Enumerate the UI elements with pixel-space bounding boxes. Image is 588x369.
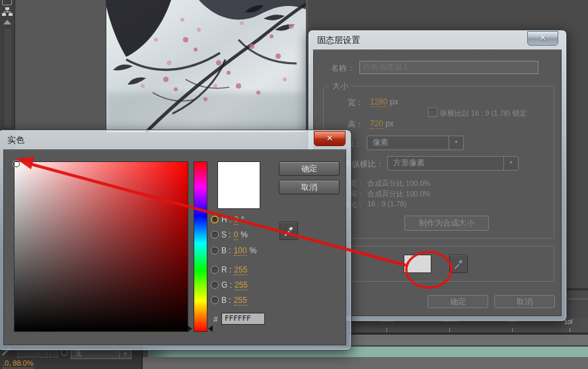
- channel-value[interactable]: 0: [234, 230, 239, 240]
- saturation-brightness-field[interactable]: [14, 161, 188, 332]
- frame-aspect-value: 16 : 9 (1.78): [367, 200, 406, 208]
- hue-slider-right-marker[interactable]: [208, 325, 213, 332]
- color-preview-swatch: [217, 161, 260, 209]
- size-group: 大小 宽： 1280 px 纵横比以 16 : 9 (1.78) 锁定 高： 7…: [323, 86, 554, 239]
- hue-slider-left-marker[interactable]: [188, 325, 192, 332]
- chevron-down-icon: ▼: [119, 350, 131, 358]
- radio-s[interactable]: [211, 231, 219, 239]
- channel-value[interactable]: 255: [234, 265, 247, 275]
- solid-cancel-button[interactable]: 取消: [494, 295, 555, 308]
- parent-dropdown[interactable]: 无 ▼: [71, 349, 131, 359]
- picker-dialog-title: 实色: [7, 134, 24, 146]
- chevron-down-icon: ▼: [503, 157, 518, 170]
- height-value-row: 720 px: [370, 119, 394, 128]
- app-root: 10f 无 ▼ .0, 88.0% 固态层设置 ✕ 名称： 白色 固态层 1 大…: [0, 0, 588, 369]
- radio-r[interactable]: [211, 266, 219, 274]
- close-icon: ✕: [539, 33, 546, 42]
- hex-hash-label: #: [213, 315, 218, 324]
- color-group: [323, 246, 554, 282]
- solid-color-swatch[interactable]: [404, 255, 431, 273]
- panel-divider: [566, 298, 588, 300]
- solid-ok-button[interactable]: 确定: [427, 295, 488, 308]
- height-value[interactable]: 720: [370, 119, 383, 129]
- comp-width-value: 合成百分比 100.0%: [367, 179, 430, 188]
- solid-dialog-close-button[interactable]: ✕: [527, 31, 558, 46]
- channel-suffix: %: [240, 230, 248, 239]
- picker-dialog-close-button[interactable]: ✕: [314, 131, 346, 146]
- picker-ok-button[interactable]: 确定: [279, 161, 340, 176]
- picker-cancel-button[interactable]: 取消: [279, 180, 340, 194]
- channel-label: H :: [221, 215, 231, 224]
- chevron-down-icon: ▼: [449, 136, 463, 149]
- channel-row-h: H : 0 °: [211, 215, 244, 224]
- pixel-aspect-dropdown[interactable]: 方形像素 ▼: [387, 156, 519, 171]
- scroll-up-icon[interactable]: [3, 20, 11, 24]
- size-group-label: 大小: [329, 81, 351, 92]
- radio-h[interactable]: [211, 216, 219, 224]
- unit-value: 像素: [367, 136, 449, 149]
- hue-slider[interactable]: [194, 161, 207, 332]
- channel-suffix: °: [241, 215, 244, 224]
- parent-dropdown-value: 无: [71, 350, 119, 358]
- scrollbar-track[interactable]: [3, 28, 13, 128]
- height-label: 高：: [324, 119, 363, 130]
- name-input[interactable]: 白色 固态层 1: [359, 61, 538, 74]
- eyedropper-icon: [453, 258, 464, 270]
- channel-value[interactable]: 255: [234, 296, 247, 306]
- solid-dialog-title: 固态层设置: [317, 34, 360, 46]
- channel-value[interactable]: 255: [235, 280, 248, 290]
- channel-row-g: G : 255: [211, 280, 248, 290]
- flowchart-icon[interactable]: [1, 7, 13, 17]
- ink-painting-image: [106, 0, 306, 132]
- close-icon: ✕: [326, 134, 333, 143]
- channel-label: B :: [221, 296, 231, 305]
- unit-dropdown[interactable]: 像素 ▼: [367, 136, 464, 150]
- width-unit: px: [390, 97, 398, 106]
- channel-row-b: B : 100 %: [211, 246, 256, 255]
- eyedropper-icon: [283, 225, 295, 237]
- channel-label: B :: [221, 246, 231, 255]
- magnification-readout[interactable]: .0, 88.0%: [3, 358, 33, 368]
- aspect-lock-label: 纵横比以 16 : 9 (1.78) 锁定: [440, 108, 527, 118]
- channel-suffix: %: [250, 246, 257, 255]
- hex-input[interactable]: FFFFFF: [221, 313, 265, 325]
- channel-row-r: R : 255: [211, 265, 247, 274]
- panel-divider: [566, 288, 588, 290]
- width-value-row: 1280 px: [370, 97, 398, 106]
- panel-icon: [2, 0, 12, 5]
- solid-color-picker-dialog: 实色 ✕ 确定 取消 H : 0 °: [0, 130, 351, 350]
- make-comp-size-button[interactable]: 制作为合成大小: [404, 216, 489, 231]
- width-label: 宽：: [324, 97, 363, 108]
- pixel-aspect-value: 方形像素: [388, 157, 503, 170]
- radio-b2[interactable]: [211, 296, 219, 304]
- picker-dialog-body: 确定 取消 H : 0 ° S : 0 % B : 100 %: [3, 149, 346, 345]
- channel-label: R :: [221, 265, 231, 274]
- picker-eyedropper-button[interactable]: [279, 222, 298, 240]
- channel-value[interactable]: 100: [234, 246, 247, 256]
- channel-row-b2: B : 255: [211, 296, 247, 305]
- radio-b[interactable]: [211, 247, 219, 255]
- channel-row-s: S : 0 %: [211, 230, 248, 239]
- height-unit: px: [385, 119, 394, 128]
- radio-g[interactable]: [211, 281, 219, 289]
- aspect-lock-checkbox[interactable]: [428, 108, 437, 117]
- channel-label: G :: [221, 280, 232, 290]
- timeline-layer-row[interactable]: [349, 334, 588, 345]
- eyedropper-button[interactable]: [449, 255, 468, 273]
- name-label: 名称：: [314, 63, 355, 74]
- width-value[interactable]: 1280: [370, 97, 388, 107]
- comp-height-value: 合成百分比 100.0%: [367, 189, 430, 199]
- channel-label: S :: [221, 230, 231, 239]
- color-cursor[interactable]: [13, 161, 20, 167]
- channel-value[interactable]: 0: [234, 215, 239, 225]
